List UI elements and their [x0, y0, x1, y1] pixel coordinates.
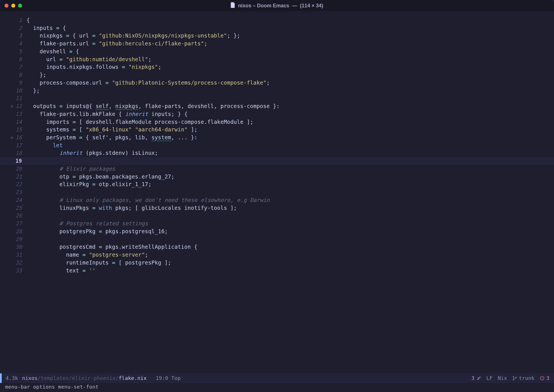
code-line[interactable]: 7 inputs.nixpkgs.follows = "nixpkgs";: [0, 63, 554, 71]
code-content[interactable]: elixirPkg = otp.elixir_1_17;: [27, 180, 554, 188]
code-content[interactable]: inherit (pkgs.stdenv) isLinux;: [27, 149, 554, 157]
code-content[interactable]: otp = pkgs.beam.packages.erlang_27;: [27, 173, 554, 181]
code-line[interactable]: »12 outputs = inputs@{ self, nixpkgs, fl…: [0, 102, 554, 110]
code-content[interactable]: [27, 235, 554, 243]
path-mid: /templates/elixir-phoenix/: [38, 375, 119, 381]
fold-gutter: [0, 16, 15, 24]
code-content[interactable]: url = "github:numtide/devshell";: [27, 56, 554, 63]
code-content[interactable]: [27, 94, 554, 102]
code-line[interactable]: 22 elixirPkg = otp.elixir_1_17;: [0, 180, 554, 188]
line-number: 22: [15, 180, 27, 188]
code-content[interactable]: perSystem = { self', pkgs, lib, system, …: [27, 134, 554, 142]
code-content[interactable]: devshell = {: [27, 48, 554, 56]
code-line[interactable]: 25 linuxPkgs = with pkgs; [ glibcLocales…: [0, 204, 554, 212]
fold-gutter: [0, 259, 15, 267]
code-line[interactable]: 3 nixpkgs = { url = "github:NixOS/nixpkg…: [0, 32, 554, 40]
code-line[interactable]: 20 # Elixir packages: [0, 165, 554, 173]
code-content[interactable]: inputs = {: [27, 24, 554, 32]
code-line[interactable]: 30 postgresCmd = pkgs.writeShellApplicat…: [0, 243, 554, 251]
code-line[interactable]: 28 postgresPkg = pkgs.postgresql_16;: [0, 228, 554, 235]
fold-gutter: [0, 118, 15, 126]
code-lines[interactable]: 1{2 inputs = {3 nixpkgs = { url = "githu…: [0, 16, 554, 373]
fold-gutter: [0, 204, 15, 212]
code-line[interactable]: 26: [0, 212, 554, 220]
title-main: nixos – Doom Emacs: [238, 3, 289, 9]
code-line[interactable]: 1{: [0, 16, 554, 24]
code-content[interactable]: };: [27, 71, 554, 79]
fold-gutter: [0, 87, 15, 95]
code-content[interactable]: };: [27, 87, 554, 95]
fold-gutter: [0, 212, 15, 220]
code-content[interactable]: let: [27, 142, 554, 149]
error-count[interactable]: 3: [540, 375, 549, 382]
code-content[interactable]: process-compose.url = "github:Platonic-S…: [27, 79, 554, 87]
code-content[interactable]: # Elixir packages: [27, 165, 554, 173]
modeline-right: 3 LF Nix trunk 3: [472, 375, 549, 382]
svg-point-2: [516, 377, 516, 378]
code-line[interactable]: 19: [0, 157, 554, 165]
code-content[interactable]: systems = [ "x86_64-linux" "aarch64-darw…: [27, 126, 554, 134]
code-line[interactable]: 24 # Linux only packages, we don't need …: [0, 196, 554, 204]
code-line[interactable]: 2 inputs = {: [0, 24, 554, 32]
code-line[interactable]: »16 perSystem = { self', pkgs, lib, syst…: [0, 134, 554, 142]
code-line[interactable]: 13 flake-parts.lib.mkFlake { inherit inp…: [0, 110, 554, 118]
code-line[interactable]: 10 };: [0, 87, 554, 95]
code-content[interactable]: name = "postgres-server";: [27, 251, 554, 259]
code-line[interactable]: 27 # Postgres related settings: [0, 220, 554, 228]
editor[interactable]: 1{2 inputs = {3 nixpkgs = { url = "githu…: [0, 11, 554, 392]
code-content[interactable]: postgresCmd = pkgs.writeShellApplication…: [27, 243, 554, 251]
code-content[interactable]: [27, 188, 554, 196]
code-line[interactable]: 9 process-compose.url = "github:Platonic…: [0, 79, 554, 87]
code-content[interactable]: postgresPkg = pkgs.postgresql_16;: [27, 228, 554, 235]
maximize-button[interactable]: [18, 4, 22, 8]
code-line[interactable]: 11: [0, 94, 554, 102]
code-content[interactable]: [27, 212, 554, 220]
code-content[interactable]: # Postgres related settings: [27, 220, 554, 228]
line-number: 6: [15, 56, 27, 63]
code-line[interactable]: 8 };: [0, 71, 554, 79]
line-number: 18: [15, 149, 27, 157]
code-content[interactable]: nixpkgs = { url = "github:NixOS/nixpkgs/…: [27, 32, 554, 40]
line-number: 5: [15, 48, 27, 56]
code-content[interactable]: # Linux only packages, we don't need the…: [27, 196, 554, 204]
line-number: 26: [15, 212, 27, 220]
code-line[interactable]: 33 text = '': [0, 267, 554, 275]
fold-gutter: [0, 157, 15, 165]
close-button[interactable]: [5, 4, 8, 8]
line-number: 28: [15, 228, 27, 235]
code-content[interactable]: flake-parts.lib.mkFlake { inherit inputs…: [27, 110, 554, 118]
code-line[interactable]: 4 flake-parts.url = "github:hercules-ci/…: [0, 40, 554, 48]
code-line[interactable]: 14 imports = [ devshell.flakeModule proc…: [0, 118, 554, 126]
minimize-button[interactable]: [11, 4, 15, 8]
code-line[interactable]: 17 let: [0, 142, 554, 149]
code-line[interactable]: 18 inherit (pkgs.stdenv) isLinux;: [0, 149, 554, 157]
code-line[interactable]: 6 url = "github:numtide/devshell";: [0, 56, 554, 63]
fold-gutter: [0, 235, 15, 243]
code-line[interactable]: 21 otp = pkgs.beam.packages.erlang_27;: [0, 173, 554, 181]
line-number: 10: [15, 87, 27, 95]
code-content[interactable]: runtimeInputs = [ postgresPkg ];: [27, 259, 554, 267]
code-content[interactable]: imports = [ devshell.flakeModule process…: [27, 118, 554, 126]
echo-area: menu-bar options menu-set-font: [0, 383, 554, 392]
fold-gutter: [0, 63, 15, 71]
fold-gutter: [0, 196, 15, 204]
code-line[interactable]: 31 name = "postgres-server";: [0, 251, 554, 259]
code-content[interactable]: [27, 157, 554, 165]
code-content[interactable]: {: [27, 16, 554, 24]
line-number: 8: [15, 71, 27, 79]
fold-gutter: [0, 24, 15, 32]
code-line[interactable]: 15 systems = [ "x86_64-linux" "aarch64-d…: [0, 126, 554, 134]
fold-gutter[interactable]: »: [0, 102, 15, 110]
code-content[interactable]: text = '': [27, 267, 554, 275]
line-number: 31: [15, 251, 27, 259]
code-content[interactable]: linuxPkgs = with pkgs; [ glibcLocales in…: [27, 204, 554, 212]
fold-gutter[interactable]: »: [0, 134, 15, 142]
code-line[interactable]: 29: [0, 235, 554, 243]
code-content[interactable]: flake-parts.url = "github:hercules-ci/fl…: [27, 40, 554, 48]
code-line[interactable]: 23: [0, 188, 554, 196]
code-content[interactable]: outputs = inputs@{ self, nixpkgs, flake-…: [27, 102, 554, 110]
code-content[interactable]: inputs.nixpkgs.follows = "nixpkgs";: [27, 63, 554, 71]
code-line[interactable]: 5 devshell = {: [0, 48, 554, 56]
vcs-branch: trunk: [512, 375, 535, 382]
code-line[interactable]: 32 runtimeInputs = [ postgresPkg ];: [0, 259, 554, 267]
